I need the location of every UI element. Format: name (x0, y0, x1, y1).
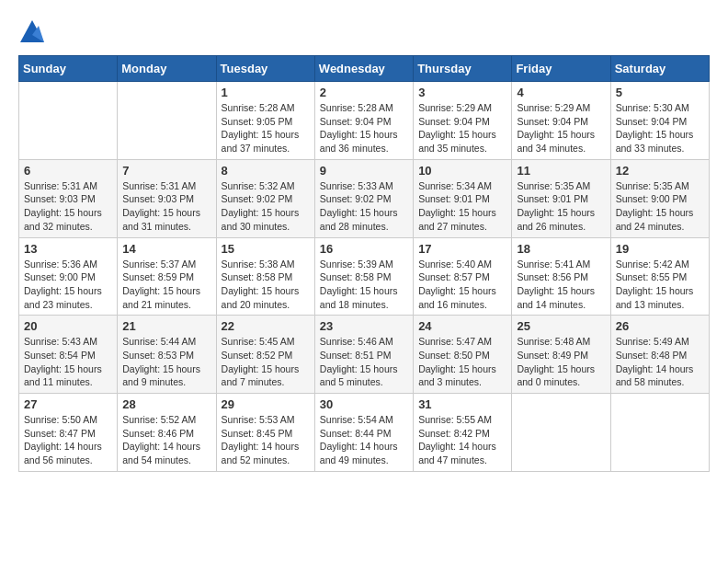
day-number: 26 (616, 319, 704, 333)
calendar-week-row: 20Sunrise: 5:43 AM Sunset: 8:54 PM Dayli… (19, 316, 710, 394)
day-info: Sunrise: 5:46 AM Sunset: 8:51 PM Dayligh… (320, 335, 408, 389)
calendar-day-11: 11Sunrise: 5:35 AM Sunset: 9:01 PM Dayli… (512, 159, 610, 237)
day-info: Sunrise: 5:36 AM Sunset: 9:00 PM Dayligh… (24, 258, 112, 312)
calendar-day-22: 22Sunrise: 5:45 AM Sunset: 8:52 PM Dayli… (216, 316, 314, 394)
calendar-day-19: 19Sunrise: 5:42 AM Sunset: 8:55 PM Dayli… (610, 237, 709, 316)
day-info: Sunrise: 5:39 AM Sunset: 8:58 PM Dayligh… (320, 258, 408, 312)
day-number: 24 (418, 319, 506, 333)
calendar-day-28: 28Sunrise: 5:52 AM Sunset: 8:46 PM Dayli… (118, 394, 216, 472)
day-number: 25 (517, 319, 605, 333)
calendar-week-row: 13Sunrise: 5:36 AM Sunset: 9:00 PM Dayli… (19, 237, 710, 316)
weekday-header-tuesday: Tuesday (216, 56, 314, 82)
day-number: 23 (320, 319, 408, 333)
calendar-day-20: 20Sunrise: 5:43 AM Sunset: 8:54 PM Dayli… (19, 316, 118, 394)
day-number: 12 (616, 164, 704, 178)
day-info: Sunrise: 5:34 AM Sunset: 9:01 PM Dayligh… (418, 179, 506, 234)
day-info: Sunrise: 5:31 AM Sunset: 9:03 PM Dayligh… (24, 179, 112, 234)
day-info: Sunrise: 5:33 AM Sunset: 9:02 PM Dayligh… (320, 179, 408, 234)
calendar-day-4: 4Sunrise: 5:29 AM Sunset: 9:04 PM Daylig… (512, 82, 610, 160)
day-info: Sunrise: 5:55 AM Sunset: 8:42 PM Dayligh… (418, 413, 506, 467)
day-number: 19 (616, 242, 704, 256)
calendar-day-10: 10Sunrise: 5:34 AM Sunset: 9:01 PM Dayli… (414, 159, 512, 237)
day-info: Sunrise: 5:49 AM Sunset: 8:48 PM Dayligh… (616, 335, 704, 389)
calendar-empty-cell (19, 82, 118, 160)
day-number: 18 (517, 242, 605, 256)
calendar-empty-cell (118, 82, 216, 160)
day-info: Sunrise: 5:48 AM Sunset: 8:49 PM Dayligh… (517, 335, 605, 389)
day-info: Sunrise: 5:30 AM Sunset: 9:04 PM Dayligh… (616, 101, 704, 155)
day-info: Sunrise: 5:31 AM Sunset: 9:03 PM Dayligh… (122, 179, 210, 234)
calendar-day-15: 15Sunrise: 5:38 AM Sunset: 8:58 PM Dayli… (216, 237, 314, 316)
calendar-day-7: 7Sunrise: 5:31 AM Sunset: 9:03 PM Daylig… (118, 159, 216, 237)
day-number: 27 (24, 397, 112, 411)
day-info: Sunrise: 5:35 AM Sunset: 9:00 PM Dayligh… (616, 179, 704, 234)
day-info: Sunrise: 5:50 AM Sunset: 8:47 PM Dayligh… (24, 413, 112, 467)
day-number: 7 (122, 164, 210, 178)
day-number: 6 (24, 164, 112, 178)
day-number: 17 (418, 242, 506, 256)
day-number: 29 (222, 397, 310, 411)
day-info: Sunrise: 5:44 AM Sunset: 8:53 PM Dayligh… (122, 335, 210, 389)
day-info: Sunrise: 5:45 AM Sunset: 8:52 PM Dayligh… (222, 335, 310, 389)
day-info: Sunrise: 5:40 AM Sunset: 8:57 PM Dayligh… (418, 258, 506, 312)
day-info: Sunrise: 5:37 AM Sunset: 8:59 PM Dayligh… (122, 258, 210, 312)
calendar-day-18: 18Sunrise: 5:41 AM Sunset: 8:56 PM Dayli… (512, 237, 610, 316)
day-number: 15 (222, 242, 310, 256)
day-number: 3 (418, 86, 506, 99)
day-number: 2 (320, 86, 408, 99)
weekday-header-thursday: Thursday (414, 56, 512, 82)
day-number: 4 (517, 86, 605, 99)
calendar-week-row: 1Sunrise: 5:28 AM Sunset: 9:05 PM Daylig… (19, 82, 710, 160)
weekday-header-friday: Friday (512, 56, 610, 82)
calendar-day-29: 29Sunrise: 5:53 AM Sunset: 8:45 PM Dayli… (216, 394, 314, 472)
day-number: 8 (222, 164, 310, 178)
calendar-day-12: 12Sunrise: 5:35 AM Sunset: 9:00 PM Dayli… (610, 159, 709, 237)
day-number: 22 (222, 319, 310, 333)
calendar-day-14: 14Sunrise: 5:37 AM Sunset: 8:59 PM Dayli… (118, 237, 216, 316)
day-info: Sunrise: 5:42 AM Sunset: 8:55 PM Dayligh… (616, 258, 704, 312)
logo (18, 18, 50, 46)
calendar-day-6: 6Sunrise: 5:31 AM Sunset: 9:03 PM Daylig… (19, 159, 118, 237)
day-number: 30 (320, 397, 408, 411)
day-number: 13 (24, 242, 112, 256)
day-info: Sunrise: 5:54 AM Sunset: 8:44 PM Dayligh… (320, 413, 408, 467)
calendar-day-5: 5Sunrise: 5:30 AM Sunset: 9:04 PM Daylig… (610, 82, 709, 160)
day-number: 20 (24, 319, 112, 333)
weekday-header-sunday: Sunday (19, 56, 118, 82)
calendar-day-30: 30Sunrise: 5:54 AM Sunset: 8:44 PM Dayli… (314, 394, 413, 472)
day-number: 10 (418, 164, 506, 178)
weekday-header-row: SundayMondayTuesdayWednesdayThursdayFrid… (19, 56, 710, 82)
day-info: Sunrise: 5:28 AM Sunset: 9:04 PM Dayligh… (320, 101, 408, 155)
weekday-header-wednesday: Wednesday (314, 56, 413, 82)
weekday-header-saturday: Saturday (610, 56, 709, 82)
day-info: Sunrise: 5:35 AM Sunset: 9:01 PM Dayligh… (517, 179, 605, 234)
day-info: Sunrise: 5:52 AM Sunset: 8:46 PM Dayligh… (122, 413, 210, 467)
calendar-empty-cell (512, 394, 610, 472)
day-info: Sunrise: 5:38 AM Sunset: 8:58 PM Dayligh… (222, 258, 310, 312)
calendar-day-26: 26Sunrise: 5:49 AM Sunset: 8:48 PM Dayli… (610, 316, 709, 394)
day-info: Sunrise: 5:47 AM Sunset: 8:50 PM Dayligh… (418, 335, 506, 389)
calendar-table: SundayMondayTuesdayWednesdayThursdayFrid… (18, 55, 710, 472)
day-number: 11 (517, 164, 605, 178)
day-info: Sunrise: 5:53 AM Sunset: 8:45 PM Dayligh… (222, 413, 310, 467)
day-info: Sunrise: 5:29 AM Sunset: 9:04 PM Dayligh… (517, 101, 605, 155)
calendar-day-31: 31Sunrise: 5:55 AM Sunset: 8:42 PM Dayli… (414, 394, 512, 472)
day-info: Sunrise: 5:29 AM Sunset: 9:04 PM Dayligh… (418, 101, 506, 155)
calendar-week-row: 27Sunrise: 5:50 AM Sunset: 8:47 PM Dayli… (19, 394, 710, 472)
day-number: 16 (320, 242, 408, 256)
calendar-day-16: 16Sunrise: 5:39 AM Sunset: 8:58 PM Dayli… (314, 237, 413, 316)
weekday-header-monday: Monday (118, 56, 216, 82)
day-info: Sunrise: 5:28 AM Sunset: 9:05 PM Dayligh… (222, 101, 310, 155)
calendar-day-13: 13Sunrise: 5:36 AM Sunset: 9:00 PM Dayli… (19, 237, 118, 316)
day-number: 5 (616, 86, 704, 99)
calendar-day-23: 23Sunrise: 5:46 AM Sunset: 8:51 PM Dayli… (314, 316, 413, 394)
day-number: 21 (122, 319, 210, 333)
day-number: 9 (320, 164, 408, 178)
day-info: Sunrise: 5:43 AM Sunset: 8:54 PM Dayligh… (24, 335, 112, 389)
calendar-empty-cell (610, 394, 709, 472)
day-info: Sunrise: 5:41 AM Sunset: 8:56 PM Dayligh… (517, 258, 605, 312)
page-header (18, 18, 710, 46)
day-info: Sunrise: 5:32 AM Sunset: 9:02 PM Dayligh… (222, 179, 310, 234)
calendar-day-9: 9Sunrise: 5:33 AM Sunset: 9:02 PM Daylig… (314, 159, 413, 237)
calendar-day-8: 8Sunrise: 5:32 AM Sunset: 9:02 PM Daylig… (216, 159, 314, 237)
